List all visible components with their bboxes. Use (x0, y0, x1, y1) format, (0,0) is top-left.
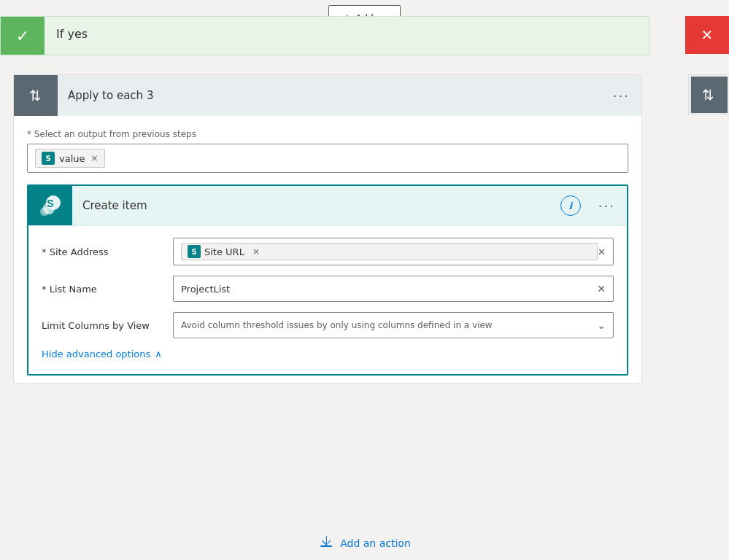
site-address-field[interactable]: S Site URL × ✕ (173, 238, 614, 265)
svg-text:S: S (47, 198, 53, 209)
close-icon: ✕ (701, 26, 714, 44)
sharepoint-icon-box: S (28, 186, 72, 225)
right-icon-box: ⇄ (691, 77, 728, 113)
apply-header: ⇄ Apply to each 3 ··· (14, 75, 641, 116)
select-output-label: * Select an output from previous steps (27, 129, 628, 139)
site-address-label: * Site Address (42, 246, 173, 257)
create-item-card: S Create item i ··· * Site Address S Sit… (27, 184, 628, 376)
add-action-svg-icon (318, 534, 334, 550)
list-name-label: * List Name (42, 284, 173, 295)
list-name-clear-icon[interactable]: ✕ (597, 283, 606, 295)
create-item-header: S Create item i ··· (28, 186, 627, 226)
if-yes-check-icon: ✓ (1, 17, 45, 55)
list-name-value: ProjectList (181, 284, 597, 295)
chevron-down-icon[interactable]: ⌄ (597, 319, 606, 331)
value-chip: S value × (35, 149, 105, 168)
info-icon: i (569, 201, 572, 211)
create-item-body: * Site Address S Site URL × ✕ * List Nam… (28, 226, 627, 374)
site-url-label: Site URL (204, 246, 244, 257)
if-yes-label: If yes (45, 17, 649, 55)
sharepoint-logo: S (39, 194, 62, 217)
if-yes-container: ✓ If yes (0, 16, 649, 55)
limit-columns-field[interactable]: Avoid column threshold issues by only us… (173, 312, 614, 338)
chip-sharepoint-icon: S (42, 152, 55, 165)
apply-icon-box: ⇄ (14, 75, 58, 116)
hide-advanced-options-button[interactable]: Hide advanced options ∧ (42, 349, 614, 362)
list-name-field[interactable]: ProjectList ✕ (173, 276, 614, 302)
limit-columns-label: Limit Columns by View (42, 320, 173, 331)
create-item-title: Create item (72, 199, 560, 212)
create-item-ellipsis-button[interactable]: ··· (587, 198, 627, 214)
site-url-x-icon[interactable]: × (252, 246, 260, 257)
chip-remove-icon[interactable]: × (91, 153, 99, 163)
site-field-clear-icon[interactable]: ✕ (598, 246, 606, 257)
chevron-up-icon: ∧ (155, 349, 162, 359)
close-button[interactable]: ✕ (685, 16, 729, 54)
value-chip-row[interactable]: S value × (27, 144, 628, 173)
svg-rect-4 (320, 545, 332, 547)
limit-columns-row: Limit Columns by View Avoid column thres… (42, 312, 614, 338)
hide-advanced-label: Hide advanced options (42, 349, 150, 359)
apply-ellipsis-button[interactable]: ··· (601, 88, 641, 104)
info-button[interactable]: i (560, 195, 581, 216)
right-partial-card: ⇄ (688, 74, 729, 115)
apply-body: * Select an output from previous steps S… (14, 116, 641, 383)
list-name-row: * List Name ProjectList ✕ (42, 276, 614, 302)
add-action-row[interactable]: Add an action (0, 534, 729, 553)
site-url-chip: S Site URL × (181, 243, 598, 260)
site-chip-icon: S (188, 245, 201, 258)
svg-marker-5 (322, 536, 331, 545)
chip-label: value (59, 153, 85, 164)
apply-each-icon: ⇄ (27, 90, 45, 102)
add-action-icon (318, 534, 334, 553)
apply-to-each-container: ⇄ Apply to each 3 ··· * Select an output… (13, 74, 642, 384)
apply-title: Apply to each 3 (58, 89, 601, 102)
site-address-row: * Site Address S Site URL × ✕ (42, 238, 614, 265)
limit-columns-value: Avoid column threshold issues by only us… (181, 320, 493, 330)
add-action-label: Add an action (340, 537, 411, 549)
right-card-icon: ⇄ (700, 89, 717, 101)
